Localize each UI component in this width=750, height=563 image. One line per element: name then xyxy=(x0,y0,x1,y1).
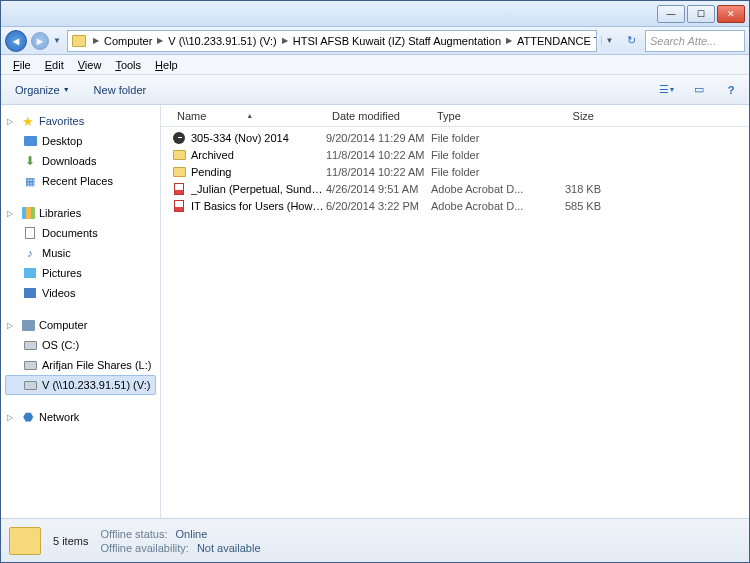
title-bar[interactable]: — ☐ ✕ xyxy=(1,1,749,27)
minimize-button[interactable]: — xyxy=(657,5,685,23)
file-row[interactable]: IT Basics for Users (How to Digitally Si… xyxy=(161,197,749,214)
refresh-button[interactable]: ↻ xyxy=(621,34,641,47)
file-date: 11/8/2014 10:22 AM xyxy=(326,149,431,161)
new-folder-button[interactable]: New folder xyxy=(88,81,153,99)
sidebar-libraries-header[interactable]: ▷Libraries xyxy=(5,203,156,223)
menu-help[interactable]: Help xyxy=(149,57,184,73)
folder-icon xyxy=(173,167,186,177)
nav-bar: ◄ ► ▼ ▶ Computer ▶ V (\\10.233.91.51) (V… xyxy=(1,27,749,55)
file-row[interactable]: Pending11/8/2014 10:22 AMFile folder xyxy=(161,163,749,180)
file-type: Adobe Acrobat D... xyxy=(431,200,531,212)
details-pane: 5 items Offline status: Online Offline a… xyxy=(1,518,749,562)
pdf-icon xyxy=(174,183,184,195)
sidebar-item-drive-v[interactable]: V (\\10.233.91.51) (V:) xyxy=(5,375,156,395)
sidebar-item-pictures[interactable]: Pictures xyxy=(5,263,156,283)
preview-pane-button[interactable]: ▭ xyxy=(689,80,709,100)
forward-button[interactable]: ► xyxy=(31,32,49,50)
offline-status-value: Online xyxy=(176,528,208,540)
chevron-icon[interactable]: ▶ xyxy=(90,36,102,45)
menu-tools[interactable]: Tools xyxy=(109,57,147,73)
sidebar-item-documents[interactable]: Documents xyxy=(5,223,156,243)
pdf-icon xyxy=(174,200,184,212)
clock-icon xyxy=(173,132,185,144)
file-name: Pending xyxy=(191,166,326,178)
chevron-icon[interactable]: ▶ xyxy=(503,36,515,45)
file-name: 305-334 (Nov) 2014 xyxy=(191,132,326,144)
sidebar-favorites-header[interactable]: ▷★Favorites xyxy=(5,111,156,131)
sidebar-item-music[interactable]: ♪Music xyxy=(5,243,156,263)
file-name: IT Basics for Users (How to Digitally Si… xyxy=(191,200,326,212)
navigation-pane: ▷★Favorites Desktop ⬇Downloads ▦Recent P… xyxy=(1,105,161,518)
offline-availability-value: Not available xyxy=(197,542,261,554)
address-bar[interactable]: ▶ Computer ▶ V (\\10.233.91.51) (V:) ▶ H… xyxy=(67,30,597,52)
column-header-type[interactable]: Type xyxy=(431,110,531,122)
menu-edit[interactable]: Edit xyxy=(39,57,70,73)
chevron-icon[interactable]: ▶ xyxy=(279,36,291,45)
file-type: File folder xyxy=(431,166,531,178)
command-bar: Organize ▼ New folder ☰ ▼ ▭ ? xyxy=(1,75,749,105)
search-input[interactable]: Search Atte... xyxy=(645,30,745,52)
file-type: File folder xyxy=(431,149,531,161)
sidebar-computer-header[interactable]: ▷Computer xyxy=(5,315,156,335)
back-button[interactable]: ◄ xyxy=(5,30,27,52)
file-row[interactable]: 305-334 (Nov) 20149/20/2014 11:29 AMFile… xyxy=(161,129,749,146)
breadcrumb-segment[interactable]: ATTENDANCE TRACKER xyxy=(515,35,597,47)
column-headers: Name▲ Date modified Type Size xyxy=(161,105,749,127)
sidebar-item-drive-l[interactable]: Arifjan File Shares (L:) xyxy=(5,355,156,375)
folder-icon xyxy=(72,35,86,47)
folder-icon xyxy=(173,150,186,160)
folder-icon xyxy=(9,527,41,555)
file-date: 6/20/2014 3:22 PM xyxy=(326,200,431,212)
file-date: 4/26/2014 9:51 AM xyxy=(326,183,431,195)
maximize-button[interactable]: ☐ xyxy=(687,5,715,23)
file-type: Adobe Acrobat D... xyxy=(431,183,531,195)
sidebar-item-downloads[interactable]: ⬇Downloads xyxy=(5,151,156,171)
column-header-date[interactable]: Date modified xyxy=(326,110,431,122)
file-row[interactable]: Archived11/8/2014 10:22 AMFile folder xyxy=(161,146,749,163)
item-count: 5 items xyxy=(53,535,88,547)
file-size: 585 KB xyxy=(531,200,601,212)
column-header-size[interactable]: Size xyxy=(531,110,601,122)
menu-bar: File Edit View Tools Help xyxy=(1,55,749,75)
offline-availability-label: Offline availability: xyxy=(100,542,188,554)
file-size: 318 KB xyxy=(531,183,601,195)
breadcrumb-segment[interactable]: HTSI AFSB Kuwait (IZ) Staff Augmentation xyxy=(291,35,503,47)
file-list-pane: Name▲ Date modified Type Size 305-334 (N… xyxy=(161,105,749,518)
menu-view[interactable]: View xyxy=(72,57,108,73)
sidebar-item-videos[interactable]: Videos xyxy=(5,283,156,303)
sidebar-item-desktop[interactable]: Desktop xyxy=(5,131,156,151)
body: ▷★Favorites Desktop ⬇Downloads ▦Recent P… xyxy=(1,105,749,518)
chevron-icon[interactable]: ▶ xyxy=(154,36,166,45)
file-name: Archived xyxy=(191,149,326,161)
offline-status-label: Offline status: xyxy=(100,528,167,540)
explorer-window: — ☐ ✕ ◄ ► ▼ ▶ Computer ▶ V (\\10.233.91.… xyxy=(0,0,750,563)
address-dropdown[interactable]: ▼ xyxy=(601,36,617,45)
help-button[interactable]: ? xyxy=(721,80,741,100)
column-header-name[interactable]: Name▲ xyxy=(171,110,326,122)
file-date: 9/20/2014 11:29 AM xyxy=(326,132,431,144)
breadcrumb-segment[interactable]: Computer xyxy=(102,35,154,47)
nav-history-dropdown[interactable]: ▼ xyxy=(53,36,63,45)
file-row[interactable]: _Julian (Perpetual, Sundays Marked for 2… xyxy=(161,180,749,197)
menu-file[interactable]: File xyxy=(7,57,37,73)
file-type: File folder xyxy=(431,132,531,144)
file-name: _Julian (Perpetual, Sundays Marked for 2… xyxy=(191,183,326,195)
window-controls: — ☐ ✕ xyxy=(657,5,745,23)
sidebar-network-header[interactable]: ▷⬣Network xyxy=(5,407,156,427)
organize-button[interactable]: Organize ▼ xyxy=(9,81,76,99)
sidebar-item-recent-places[interactable]: ▦Recent Places xyxy=(5,171,156,191)
close-button[interactable]: ✕ xyxy=(717,5,745,23)
breadcrumb-segment[interactable]: V (\\10.233.91.51) (V:) xyxy=(166,35,278,47)
file-date: 11/8/2014 10:22 AM xyxy=(326,166,431,178)
view-options-button[interactable]: ☰ ▼ xyxy=(657,80,677,100)
file-list: 305-334 (Nov) 20149/20/2014 11:29 AMFile… xyxy=(161,127,749,518)
sidebar-item-drive-c[interactable]: OS (C:) xyxy=(5,335,156,355)
